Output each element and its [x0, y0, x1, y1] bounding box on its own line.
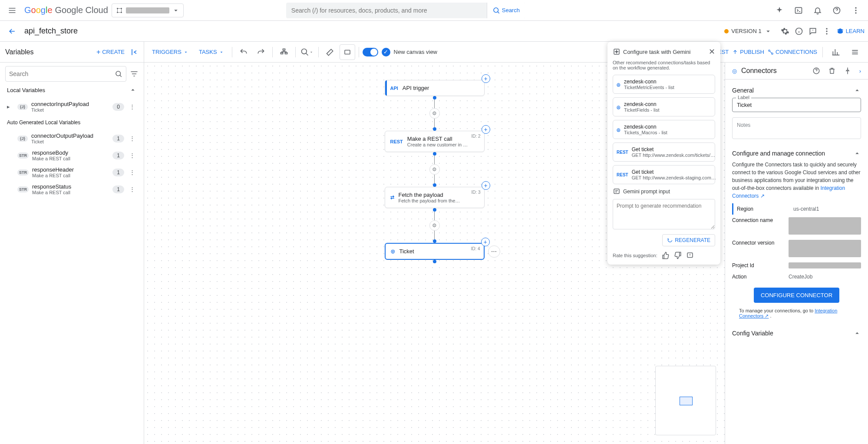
- connector-icon: ◎: [617, 79, 620, 90]
- create-variable-button[interactable]: +CREATE: [96, 48, 125, 56]
- tasks-dropdown[interactable]: TASKS: [195, 46, 228, 58]
- graduation-icon: [836, 27, 844, 35]
- connections-button[interactable]: CONNECTIONS: [768, 49, 817, 55]
- wand-icon[interactable]: [322, 44, 338, 60]
- learn-button[interactable]: LEARN: [836, 27, 865, 35]
- thumbs-up-icon[interactable]: [662, 252, 670, 259]
- connection-name-row: Connection name: [732, 215, 861, 237]
- connector-icon: ◎: [617, 124, 620, 135]
- suggestion-item[interactable]: ◎ zendesk-connTickets_Macros - list: [613, 120, 715, 139]
- menu-icon[interactable]: [3, 2, 21, 19]
- version-selector[interactable]: VERSION 1: [721, 26, 775, 37]
- feedback-icon[interactable]: [809, 27, 817, 36]
- edge-config-icon[interactable]: ⚙: [429, 108, 440, 119]
- regenerate-button[interactable]: REGENERATE: [662, 234, 715, 246]
- auto-generated-section: Auto Generated Local Variables: [0, 115, 144, 130]
- section-description: Configure the Connectors task to quickly…: [732, 161, 861, 200]
- frame-icon[interactable]: [340, 44, 355, 60]
- configure-connector-button[interactable]: CONFIGURE CONNECTOR: [754, 288, 839, 303]
- undo-icon[interactable]: [236, 44, 251, 60]
- more-icon[interactable]: ⋮: [128, 186, 137, 192]
- close-icon[interactable]: ✕: [709, 47, 715, 56]
- connector-icon: ◎: [732, 68, 737, 74]
- minimap[interactable]: [655, 366, 716, 435]
- node-fetch-payload[interactable]: + ID: 3 ⇄ Fetch the payloadFetch the pay…: [385, 187, 485, 208]
- suggestion-item[interactable]: REST Get ticketGET http://www.zendesk.co…: [613, 142, 715, 162]
- region-row: Regionus-central1: [732, 203, 861, 215]
- more-icon[interactable]: [847, 2, 865, 19]
- redo-icon[interactable]: [253, 44, 269, 60]
- variable-row[interactable]: {J} connectorOutputPayloadTicket 1 ⋮: [0, 130, 144, 147]
- suggestion-item[interactable]: ◎ zendesk-connTicketFields - list: [613, 97, 715, 116]
- chevron-up-icon: [853, 86, 861, 94]
- product-logo[interactable]: Google Google Cloud: [24, 5, 108, 15]
- cloud-shell-icon[interactable]: [790, 2, 807, 19]
- node-api-trigger[interactable]: + API API trigger: [385, 80, 485, 96]
- canvas-view-toggle[interactable]: ✓ New canvas view: [363, 48, 437, 56]
- add-node-icon[interactable]: +: [482, 181, 490, 190]
- svg-point-7: [855, 7, 856, 8]
- svg-rect-15: [281, 52, 283, 53]
- search-button[interactable]: Search: [487, 3, 525, 18]
- variables-search[interactable]: [5, 66, 126, 82]
- notes-field[interactable]: Notes: [732, 117, 861, 139]
- variable-row[interactable]: STR responseStatusMake a REST call 1 ⋮: [0, 181, 144, 198]
- layout-icon[interactable]: [276, 44, 292, 60]
- svg-point-9: [855, 12, 856, 13]
- configure-connection-section[interactable]: Configure and manage connection: [732, 146, 861, 161]
- help-icon[interactable]: [828, 2, 845, 19]
- general-section[interactable]: General: [732, 83, 861, 98]
- redacted-value: [789, 240, 861, 257]
- gemini-icon[interactable]: [771, 2, 788, 19]
- more-icon[interactable]: ⋮: [128, 103, 137, 110]
- local-variables-section[interactable]: Local Variables: [0, 82, 144, 98]
- node-more-icon[interactable]: ⋯: [488, 245, 500, 258]
- triggers-dropdown[interactable]: TRIGGERS: [148, 46, 193, 58]
- more-icon[interactable]: ⋮: [128, 135, 137, 142]
- expand-icon[interactable]: ▸: [7, 103, 14, 110]
- search-icon: [492, 7, 500, 14]
- label-field[interactable]: Label Ticket: [732, 98, 861, 112]
- metrics-icon[interactable]: [828, 44, 844, 60]
- usage-count: 0: [112, 103, 124, 111]
- config-variable-section[interactable]: Config Variable: [732, 326, 861, 341]
- report-icon[interactable]: [686, 252, 694, 259]
- variable-row[interactable]: STR responseBodyMake a REST call 1 ⋮: [0, 147, 144, 164]
- more-icon[interactable]: ⋮: [128, 169, 137, 176]
- pin-icon[interactable]: [844, 67, 851, 75]
- collapse-panel-icon[interactable]: [130, 48, 139, 56]
- zoom-icon[interactable]: [299, 44, 315, 60]
- info-icon[interactable]: [795, 27, 803, 36]
- notifications-icon[interactable]: [809, 2, 826, 19]
- back-button[interactable]: [3, 23, 21, 40]
- list-icon[interactable]: [847, 44, 863, 60]
- chevron-down-icon: [172, 7, 180, 14]
- more-icon[interactable]: [822, 27, 831, 36]
- more-icon[interactable]: ⋮: [128, 152, 137, 159]
- node-rest-call[interactable]: + ID: 2 REST Make a REST callCreate a ne…: [385, 131, 485, 152]
- filter-icon[interactable]: [130, 70, 139, 78]
- add-node-icon[interactable]: +: [482, 74, 490, 83]
- variable-row[interactable]: ▸ {J} connectorInputPayloadTicket 0 ⋮: [0, 98, 144, 115]
- gemini-prompt-input[interactable]: [613, 199, 715, 229]
- edge-config-icon[interactable]: ⚙: [429, 164, 440, 175]
- help-icon[interactable]: [812, 67, 820, 75]
- search-input[interactable]: [286, 7, 487, 14]
- suggestion-item[interactable]: ◎ zendesk-connTicketMetricEvents - list: [613, 75, 715, 94]
- chevron-down-icon: [764, 27, 772, 35]
- connections-footer: To manage your connections, go to Integr…: [732, 308, 861, 319]
- publish-button[interactable]: PUBLISH: [732, 49, 764, 55]
- delete-icon[interactable]: [828, 67, 836, 75]
- node-ticket-connector[interactable]: + ID: 4 ◎ Ticket ⋯: [385, 243, 485, 260]
- expand-icon[interactable]: ›: [859, 68, 861, 74]
- add-node-icon[interactable]: +: [482, 125, 490, 134]
- thumbs-down-icon[interactable]: [674, 252, 682, 259]
- check-icon: ✓: [382, 48, 390, 56]
- add-node-icon[interactable]: +: [481, 238, 490, 246]
- refresh-icon: [667, 237, 673, 243]
- suggestion-item[interactable]: REST Get ticketGET http://www.zendesk-st…: [613, 165, 715, 184]
- settings-icon[interactable]: [781, 27, 789, 36]
- edge-config-icon[interactable]: ⚙: [429, 220, 440, 231]
- variable-row[interactable]: STR responseHeaderMake a REST call 1 ⋮: [0, 164, 144, 181]
- project-selector[interactable]: [112, 3, 184, 17]
